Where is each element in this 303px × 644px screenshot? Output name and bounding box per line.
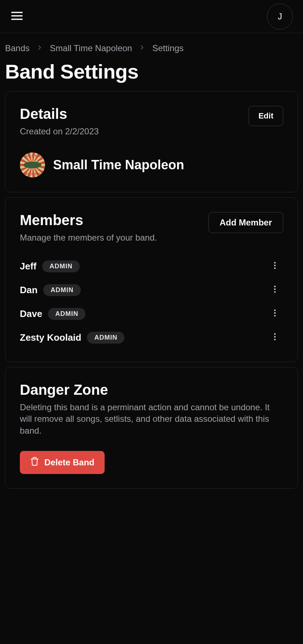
chevron-right-icon — [36, 43, 43, 53]
member-row: Zesty KoolaidADMIN — [20, 328, 283, 347]
svg-point-10 — [274, 312, 276, 314]
role-badge: ADMIN — [42, 260, 80, 272]
role-badge: ADMIN — [87, 332, 124, 344]
breadcrumb-current: Settings — [152, 43, 184, 53]
members-card: Members Manage the members of your band.… — [5, 197, 298, 362]
svg-point-7 — [274, 289, 276, 290]
svg-point-8 — [274, 291, 276, 292]
details-card: Details Created on 2/2/2023 Edit SMALL T… — [5, 91, 298, 192]
svg-point-13 — [274, 336, 276, 337]
chevron-right-icon — [139, 43, 146, 53]
member-actions-button[interactable] — [267, 330, 283, 345]
svg-point-5 — [274, 267, 276, 269]
breadcrumb-band-name[interactable]: Small Time Napoleon — [50, 43, 132, 53]
page-title: Band Settings — [5, 60, 298, 83]
band-name: Small Time Napoleon — [53, 157, 184, 173]
user-avatar[interactable]: J — [267, 4, 293, 30]
add-member-button[interactable]: Add Member — [208, 212, 283, 233]
more-vertical-icon — [270, 313, 280, 319]
breadcrumb-bands[interactable]: Bands — [5, 43, 30, 53]
danger-card: Danger Zone Deleting this band is a perm… — [5, 367, 298, 489]
member-name: Jeff — [20, 261, 36, 272]
svg-point-12 — [274, 333, 276, 335]
details-created: Created on 2/2/2023 — [20, 126, 99, 137]
edit-button[interactable]: Edit — [249, 106, 283, 126]
member-actions-button[interactable] — [267, 259, 283, 274]
menu-button[interactable] — [10, 9, 24, 24]
delete-band-label: Delete Band — [44, 457, 95, 468]
more-vertical-icon — [270, 265, 280, 271]
user-avatar-initial: J — [278, 12, 282, 22]
role-badge: ADMIN — [43, 284, 81, 296]
delete-band-button[interactable]: Delete Band — [20, 451, 105, 474]
more-vertical-icon — [270, 289, 280, 295]
role-badge: ADMIN — [48, 308, 85, 320]
member-name: Dan — [20, 285, 38, 296]
member-actions-button[interactable] — [267, 306, 283, 321]
more-vertical-icon — [270, 336, 280, 343]
member-row: DanADMIN — [20, 280, 283, 300]
danger-title: Danger Zone — [20, 382, 283, 398]
trash-icon — [30, 457, 39, 468]
svg-point-3 — [274, 262, 276, 263]
members-title: Members — [20, 212, 157, 228]
danger-description: Deleting this band is a perminant action… — [20, 402, 283, 437]
svg-point-9 — [274, 309, 276, 311]
breadcrumb: Bands Small Time Napoleon Settings — [5, 38, 298, 56]
members-list: JeffADMINDanADMINDaveADMINZesty KoolaidA… — [20, 256, 283, 347]
svg-point-6 — [274, 286, 276, 287]
svg-point-14 — [274, 339, 276, 340]
members-subtitle: Manage the members of your band. — [20, 233, 157, 243]
member-name: Dave — [20, 308, 42, 319]
details-title: Details — [20, 106, 99, 122]
member-row: DaveADMIN — [20, 304, 283, 323]
topbar: J — [0, 0, 303, 33]
svg-point-4 — [274, 265, 276, 266]
member-actions-button[interactable] — [267, 282, 283, 298]
hamburger-icon — [10, 9, 24, 24]
member-row: JeffADMIN — [20, 256, 283, 276]
band-avatar: SMALL TIME NAPOLEON — [20, 152, 45, 178]
svg-point-11 — [274, 315, 276, 316]
member-name: Zesty Koolaid — [20, 332, 81, 343]
